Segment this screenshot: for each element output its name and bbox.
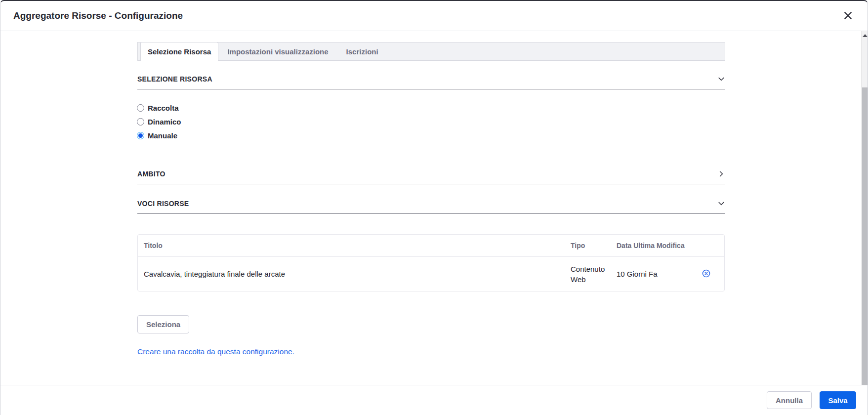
radio-circle[interactable] — [137, 104, 144, 112]
radio-option-dinamico[interactable]: Dinamico — [137, 115, 181, 128]
section-header-ambito[interactable]: AMBITO — [137, 164, 725, 184]
tab-label: Iscrizioni — [346, 47, 378, 56]
radio-option-raccolta[interactable]: Raccolta — [137, 101, 181, 115]
section-title: VOCI RISORSE — [137, 200, 189, 208]
annulla-button[interactable]: Annulla — [767, 391, 812, 409]
radio-option-manuale[interactable]: Manuale — [137, 128, 181, 142]
section-title: AMBITO — [137, 170, 165, 178]
tab-label: Impostazioni visualizzazione — [227, 47, 328, 56]
tab-bar: Selezione Risorsa Impostazioni visualizz… — [137, 42, 725, 61]
column-header-data-ultima-modifica: Data Ultima Modifica — [614, 235, 688, 257]
tab-selezione-risorsa[interactable]: Selezione Risorsa — [140, 42, 218, 61]
modal-header: Aggregatore Risorse - Configurazione — [0, 0, 868, 31]
radio-circle[interactable] — [137, 118, 144, 125]
radio-circle-checked[interactable] — [137, 132, 144, 139]
section-header-selezione-risorsa[interactable]: SELEZIONE RISORSA — [137, 69, 725, 89]
section-title: SELEZIONE RISORSA — [137, 75, 212, 83]
cell-titolo: Cavalcavia, tinteggiatura finale delle a… — [138, 257, 568, 291]
chevron-down-icon — [717, 200, 725, 208]
scroll-up-arrow-icon[interactable] — [863, 34, 868, 37]
resource-selection-radio-group: Raccolta Dinamico Manuale — [137, 101, 181, 142]
radio-label: Dinamico — [148, 118, 181, 126]
tab-impostazioni-visualizzazione[interactable]: Impostazioni visualizzazione — [218, 42, 337, 60]
close-icon — [843, 11, 853, 20]
tab-iscrizioni[interactable]: Iscrizioni — [337, 42, 387, 60]
modal-footer: Annulla Salva — [0, 385, 868, 415]
section-header-voci-risorse[interactable]: VOCI RISORSE — [137, 193, 725, 214]
column-header-tipo: Tipo — [568, 235, 614, 257]
resource-items-table: Titolo Tipo Data Ultima Modifica Cavalca… — [137, 234, 725, 291]
vertical-scrollbar[interactable] — [861, 31, 868, 385]
column-header-actions — [688, 235, 724, 257]
radio-label: Raccolta — [148, 104, 179, 112]
configuration-modal: Aggregatore Risorse - Configurazione Sel… — [0, 0, 868, 415]
cell-data-ultima-modifica: 10 Giorni Fa — [614, 257, 688, 291]
table-row: Cavalcavia, tinteggiatura finale delle a… — [138, 257, 724, 291]
times-circle-icon — [702, 272, 710, 279]
close-button[interactable] — [839, 7, 856, 24]
scrollbar-thumb[interactable] — [862, 87, 868, 385]
table-header-row: Titolo Tipo Data Ultima Modifica — [138, 235, 724, 257]
cell-tipo: Contenuto Web — [568, 257, 614, 291]
column-header-titolo: Titolo — [138, 235, 568, 257]
chevron-right-icon — [717, 170, 725, 178]
chevron-down-icon — [717, 75, 725, 83]
seleziona-button[interactable]: Seleziona — [137, 315, 189, 333]
create-collection-link[interactable]: Creare una raccolta da questa configuraz… — [137, 347, 294, 356]
remove-item-button[interactable] — [701, 268, 711, 279]
tab-label: Selezione Risorsa — [148, 47, 211, 56]
salva-button[interactable]: Salva — [820, 391, 856, 409]
modal-title: Aggregatore Risorse - Configurazione — [13, 0, 183, 31]
radio-label: Manuale — [148, 131, 177, 140]
